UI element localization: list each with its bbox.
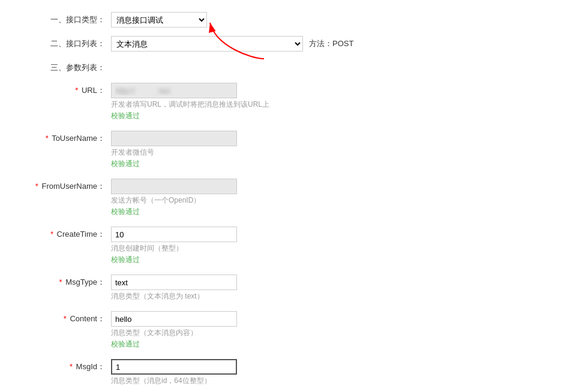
msg-type-input[interactable] xyxy=(111,275,237,290)
interface-list-control: 文本消息 图片消息 语音消息 视频消息 方法：POST xyxy=(111,36,561,52)
msg-id-required-star: * xyxy=(70,362,73,371)
url-input[interactable] xyxy=(111,83,237,98)
create-time-required-star: * xyxy=(50,230,53,239)
to-username-required-star: * xyxy=(46,134,49,143)
msg-id-row: * MsgId： 消息类型（消息id，64位整型） xyxy=(18,359,561,386)
from-username-validate[interactable]: 校验通过 xyxy=(111,207,561,217)
content-row: * Content： 消息类型（文本消息内容） 校验通过 xyxy=(18,311,561,349)
create-time-label: * CreateTime： xyxy=(18,227,111,240)
create-time-validate[interactable]: 校验通过 xyxy=(111,255,561,265)
content-hint: 消息类型（文本消息内容） xyxy=(111,328,561,338)
create-time-control: 消息创建时间（整型） 校验通过 xyxy=(111,227,561,265)
from-username-hint: 发送方帐号（一个OpenID） xyxy=(111,195,561,206)
to-username-label: * ToUserName： xyxy=(18,131,111,144)
content-control: 消息类型（文本消息内容） 校验通过 xyxy=(111,311,561,349)
msg-id-control: 消息类型（消息id，64位整型） xyxy=(111,359,561,386)
create-time-hint: 消息创建时间（整型） xyxy=(111,243,561,254)
to-username-validate[interactable]: 校验通过 xyxy=(111,159,561,169)
from-username-label: * FromUserName： xyxy=(18,179,111,192)
content-required-star: * xyxy=(64,314,67,323)
to-username-input[interactable] xyxy=(111,131,237,146)
url-required-star: * xyxy=(75,86,78,95)
interface-list-section: 二、接口列表： 文本消息 图片消息 语音消息 视频消息 方法：POST xyxy=(18,36,561,52)
url-validate[interactable]: 校验通过 xyxy=(111,111,561,121)
method-label: 方法：POST xyxy=(309,38,353,49)
from-username-required-star: * xyxy=(35,182,38,191)
to-username-control: 开发者微信号 校验通过 xyxy=(111,131,561,169)
interface-type-select[interactable]: 消息接口调试 基础接口调试 高级接口调试 xyxy=(111,12,207,28)
url-control: 开发者填写URL，调试时将把消息推送到该URL上 校验通过 xyxy=(111,83,561,121)
msg-id-label: * MsgId： xyxy=(18,359,111,372)
interface-list-select[interactable]: 文本消息 图片消息 语音消息 视频消息 xyxy=(111,36,303,52)
url-hint: 开发者填写URL，调试时将把消息推送到该URL上 xyxy=(111,99,561,110)
create-time-input[interactable] xyxy=(111,227,237,242)
url-label: * URL： xyxy=(18,83,111,96)
from-username-control: 发送方帐号（一个OpenID） 校验通过 xyxy=(111,179,561,217)
from-username-row: * FromUserName： 发送方帐号（一个OpenID） 校验通过 xyxy=(18,179,561,217)
params-label: 三、参数列表： xyxy=(18,60,111,73)
msg-id-input[interactable] xyxy=(111,359,237,375)
interface-type-control: 消息接口调试 基础接口调试 高级接口调试 xyxy=(111,12,561,28)
msg-type-row: * MsgType： 消息类型（文本消息为 text） xyxy=(18,275,561,301)
msg-type-control: 消息类型（文本消息为 text） xyxy=(111,275,561,301)
msg-type-required-star: * xyxy=(59,278,62,287)
url-row: * URL： 开发者填写URL，调试时将把消息推送到该URL上 校验通过 xyxy=(18,83,561,121)
page-container: 一、接口类型： 消息接口调试 基础接口调试 高级接口调试 二、接口列表： 文本消… xyxy=(0,0,579,392)
content-label: * Content： xyxy=(18,311,111,324)
interface-list-label: 二、接口列表： xyxy=(18,36,111,49)
to-username-hint: 开发者微信号 xyxy=(111,147,561,158)
params-label-row: 三、参数列表： xyxy=(18,60,561,73)
create-time-row: * CreateTime： 消息创建时间（整型） 校验通过 xyxy=(18,227,561,265)
to-username-row: * ToUserName： 开发者微信号 校验通过 xyxy=(18,131,561,169)
msg-id-hint: 消息类型（消息id，64位整型） xyxy=(111,376,561,386)
interface-type-label: 一、接口类型： xyxy=(18,12,111,25)
msg-type-hint: 消息类型（文本消息为 text） xyxy=(111,291,561,301)
content-input[interactable] xyxy=(111,311,237,327)
msg-type-label: * MsgType： xyxy=(18,275,111,288)
interface-type-section: 一、接口类型： 消息接口调试 基础接口调试 高级接口调试 xyxy=(18,12,561,28)
content-validate[interactable]: 校验通过 xyxy=(111,339,561,349)
from-username-input[interactable] xyxy=(111,179,237,194)
